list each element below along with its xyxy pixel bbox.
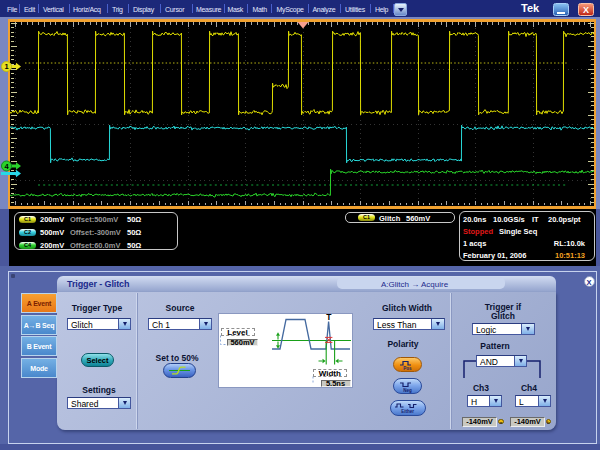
svg-text:Neg: Neg xyxy=(403,387,412,392)
svg-text:Either: Either xyxy=(401,409,414,414)
svg-text:T: T xyxy=(326,313,332,322)
svg-text:Pos: Pos xyxy=(403,366,412,371)
svg-text:1: 1 xyxy=(4,62,8,71)
